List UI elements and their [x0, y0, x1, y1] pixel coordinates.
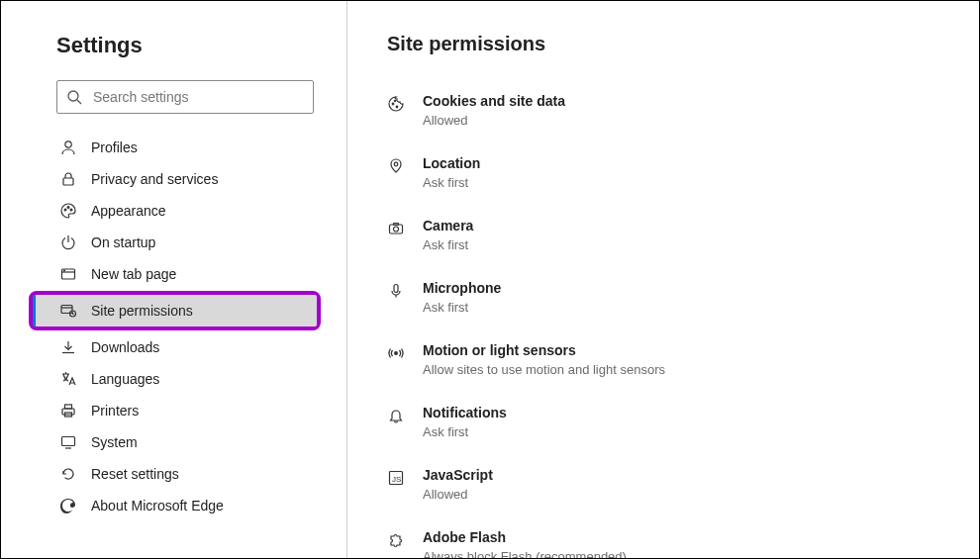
location-icon — [387, 157, 405, 175]
sidebar-item-label: Printers — [91, 403, 139, 419]
download-icon — [59, 338, 77, 356]
palette-icon — [59, 202, 77, 220]
permission-status: Allowed — [423, 487, 493, 502]
svg-rect-19 — [62, 437, 75, 446]
permission-notifications[interactable]: Notifications Ask first — [387, 395, 959, 457]
reset-icon — [59, 465, 77, 483]
settings-sidebar: Settings Profiles Privacy and services — [1, 1, 347, 558]
svg-point-21 — [392, 103, 394, 105]
edge-icon — [59, 497, 77, 514]
permission-label: Camera — [423, 218, 473, 233]
settings-title: Settings — [33, 33, 327, 58]
permission-javascript[interactable]: JS JavaScript Allowed — [387, 457, 959, 519]
sidebar-item-printers[interactable]: Printers — [33, 395, 327, 426]
permissions-icon — [59, 302, 77, 320]
power-icon — [59, 233, 77, 251]
system-icon — [59, 433, 77, 451]
lock-icon — [59, 170, 77, 188]
permission-status: Ask first — [423, 175, 480, 190]
permission-label: Location — [423, 155, 480, 171]
permission-label: Notifications — [423, 405, 507, 420]
permission-status: Ask first — [423, 300, 501, 315]
svg-point-6 — [70, 209, 72, 211]
svg-point-5 — [67, 207, 69, 209]
svg-line-1 — [77, 100, 81, 104]
camera-icon — [387, 220, 405, 237]
svg-rect-25 — [390, 225, 403, 233]
permission-status: Allow sites to use motion and light sens… — [423, 362, 665, 377]
sidebar-item-system[interactable]: System — [33, 426, 327, 458]
permission-status: Always block Flash (recommended) — [423, 549, 627, 558]
svg-point-30 — [395, 352, 398, 355]
cookie-icon — [387, 95, 405, 113]
sidebar-item-about[interactable]: About Microsoft Edge — [33, 490, 327, 521]
svg-rect-17 — [65, 405, 72, 409]
permission-sensors[interactable]: Motion or light sensors Allow sites to u… — [387, 332, 959, 395]
permission-status: Ask first — [423, 424, 507, 439]
svg-point-24 — [394, 162, 398, 166]
permission-microphone[interactable]: Microphone Ask first — [387, 270, 959, 332]
puzzle-icon — [387, 531, 405, 549]
sidebar-item-label: Privacy and services — [91, 171, 218, 187]
sidebar-item-downloads[interactable]: Downloads — [33, 331, 327, 363]
permission-label: Motion or light sensors — [423, 342, 665, 358]
sidebar-item-label: Languages — [91, 371, 159, 387]
search-icon — [66, 89, 82, 105]
bell-icon — [387, 407, 405, 424]
sidebar-item-profiles[interactable]: Profiles — [33, 132, 327, 163]
permission-label: Microphone — [423, 280, 501, 296]
permissions-list: Cookies and site data Allowed Location A… — [387, 83, 959, 558]
svg-point-26 — [394, 227, 399, 232]
sidebar-item-label: About Microsoft Edge — [91, 498, 224, 513]
printer-icon — [59, 402, 77, 419]
svg-point-2 — [65, 141, 71, 147]
sidebar-item-newtab[interactable]: New tab page — [33, 258, 327, 290]
profile-icon — [59, 139, 77, 156]
sidebar-item-label: New tab page — [91, 266, 176, 282]
svg-rect-16 — [62, 409, 74, 415]
sidebar-item-label: Reset settings — [91, 466, 179, 482]
permission-camera[interactable]: Camera Ask first — [387, 208, 959, 270]
search-input[interactable] — [56, 80, 314, 114]
sidebar-item-appearance[interactable]: Appearance — [33, 195, 327, 227]
search-container — [56, 80, 314, 114]
sidebar-item-label: Profiles — [91, 140, 138, 155]
sidebar-item-label: Site permissions — [91, 303, 193, 319]
sidebar-item-label: On startup — [91, 234, 155, 250]
permission-label: Adobe Flash — [423, 529, 627, 545]
sidebar-item-label: System — [91, 434, 138, 450]
svg-point-10 — [64, 270, 65, 271]
permission-cookies[interactable]: Cookies and site data Allowed — [387, 83, 959, 145]
javascript-icon: JS — [387, 469, 405, 487]
microphone-icon — [387, 282, 405, 300]
sidebar-item-label: Appearance — [91, 203, 166, 219]
language-icon — [59, 370, 77, 388]
sidebar-item-startup[interactable]: On startup — [33, 227, 327, 258]
svg-rect-3 — [63, 178, 73, 185]
page-title: Site permissions — [387, 33, 959, 55]
sidebar-item-site-permissions[interactable]: Site permissions — [33, 295, 317, 326]
svg-point-23 — [394, 100, 395, 101]
permission-flash[interactable]: Adobe Flash Always block Flash (recommen… — [387, 519, 959, 558]
permission-location[interactable]: Location Ask first — [387, 145, 959, 208]
svg-point-0 — [68, 91, 78, 101]
sidebar-item-reset[interactable]: Reset settings — [33, 458, 327, 490]
svg-point-22 — [396, 106, 398, 108]
permission-label: JavaScript — [423, 467, 493, 483]
sidebar-item-label: Downloads — [91, 339, 159, 355]
svg-rect-28 — [394, 285, 398, 293]
sidebar-item-languages[interactable]: Languages — [33, 363, 327, 395]
sensor-icon — [387, 344, 405, 362]
page-icon — [59, 265, 77, 283]
main-content: Site permissions Cookies and site data A… — [347, 1, 979, 558]
settings-nav: Profiles Privacy and services Appearance… — [33, 132, 327, 521]
permission-status: Ask first — [423, 237, 473, 252]
sidebar-item-privacy[interactable]: Privacy and services — [33, 163, 327, 195]
sidebar-highlight: Site permissions — [29, 291, 321, 330]
svg-text:JS: JS — [392, 475, 401, 484]
svg-point-4 — [64, 209, 66, 211]
permission-status: Allowed — [423, 113, 565, 128]
permission-label: Cookies and site data — [423, 93, 565, 109]
